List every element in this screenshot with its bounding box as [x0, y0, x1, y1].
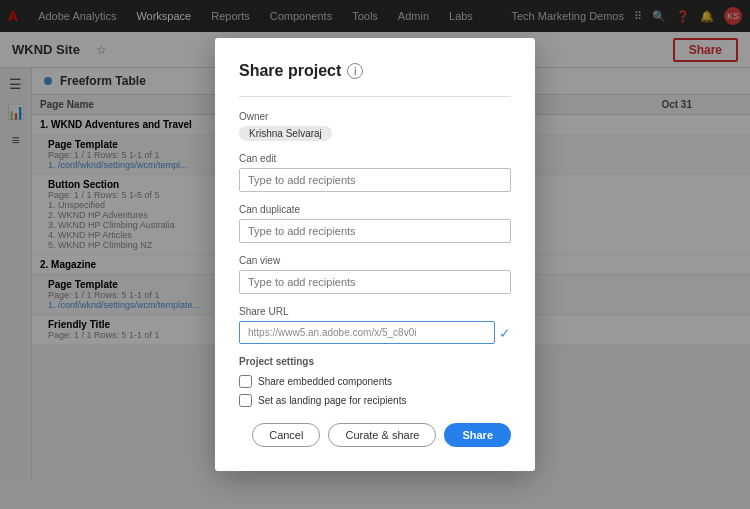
- share-project-modal: Share project i Owner Krishna Selvaraj C…: [215, 38, 535, 471]
- project-settings-label: Project settings: [239, 356, 511, 367]
- share-submit-button[interactable]: Share: [444, 423, 511, 447]
- checkbox-landing-label: Set as landing page for recipients: [258, 395, 406, 406]
- checkbox-landing-input[interactable]: [239, 394, 252, 407]
- share-url-field-group: Share URL ✓: [239, 306, 511, 344]
- share-url-label: Share URL: [239, 306, 511, 317]
- can-edit-label: Can edit: [239, 153, 511, 164]
- can-duplicate-field-group: Can duplicate: [239, 204, 511, 243]
- can-view-label: Can view: [239, 255, 511, 266]
- owner-field-group: Owner Krishna Selvaraj: [239, 111, 511, 141]
- modal-title: Share project i: [239, 62, 511, 80]
- can-edit-field-group: Can edit: [239, 153, 511, 192]
- modal-overlay: Share project i Owner Krishna Selvaraj C…: [0, 0, 750, 509]
- owner-tag: Krishna Selvaraj: [239, 126, 332, 141]
- can-duplicate-input[interactable]: [239, 219, 511, 243]
- can-edit-input[interactable]: [239, 168, 511, 192]
- checkbox-embed-input[interactable]: [239, 375, 252, 388]
- checkbox-embed: Share embedded components: [239, 375, 511, 388]
- project-settings-group: Project settings Share embedded componen…: [239, 356, 511, 407]
- can-view-input[interactable]: [239, 270, 511, 294]
- can-view-field-group: Can view: [239, 255, 511, 294]
- info-icon[interactable]: i: [347, 63, 363, 79]
- checkbox-landing: Set as landing page for recipients: [239, 394, 511, 407]
- owner-label: Owner: [239, 111, 511, 122]
- modal-footer: Cancel Curate & share Share: [239, 423, 511, 447]
- cancel-button[interactable]: Cancel: [252, 423, 320, 447]
- checkbox-embed-label: Share embedded components: [258, 376, 392, 387]
- curate-share-button[interactable]: Curate & share: [328, 423, 436, 447]
- modal-title-text: Share project: [239, 62, 341, 80]
- url-row: ✓: [239, 321, 511, 344]
- modal-divider: [239, 96, 511, 97]
- can-duplicate-label: Can duplicate: [239, 204, 511, 215]
- url-check-icon[interactable]: ✓: [499, 325, 511, 341]
- share-url-input[interactable]: [239, 321, 495, 344]
